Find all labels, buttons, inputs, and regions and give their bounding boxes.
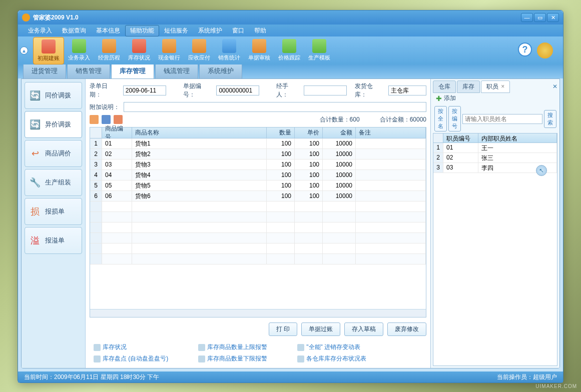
table-row-empty[interactable] — [90, 233, 426, 244]
toolbar-button-6[interactable]: 销售统计 — [214, 37, 244, 64]
right-tab-0[interactable]: 仓库 — [433, 80, 456, 93]
staff-grid-body[interactable]: 101王一202张三303李四↖ — [433, 143, 557, 366]
table-row[interactable]: 303货物310010010000 — [90, 160, 426, 170]
close-button[interactable]: ✕ — [547, 13, 559, 22]
tab-close-icon[interactable]: × — [501, 83, 504, 90]
docno-input[interactable] — [216, 86, 259, 96]
minimize-button[interactable]: ― — [521, 13, 533, 22]
table-row[interactable]: 606货物610010010000 — [90, 191, 426, 202]
warehouse-label: 发货仓库： — [355, 82, 384, 99]
globe-icon[interactable] — [537, 42, 553, 58]
table-row-empty[interactable] — [90, 202, 426, 212]
sidebar-item-5[interactable]: 溢报溢单 — [25, 227, 82, 254]
toolbar-button-0[interactable]: 初期建账 — [33, 37, 64, 64]
quick-link[interactable]: 库存盘点 (自动盘盈盘亏) — [94, 354, 168, 363]
toolbar-button-2[interactable]: 经营历程 — [94, 37, 124, 64]
toolbar-button-1[interactable]: 业务录入 — [64, 37, 94, 64]
maximize-button[interactable]: ▭ — [534, 13, 546, 22]
grid-header: 商品编号 商品名称 数量 单价 金额 备注 — [90, 128, 426, 138]
table-row-empty[interactable] — [90, 212, 426, 222]
docno-label: 单据编号： — [183, 82, 213, 99]
action-button-2[interactable]: 存入草稿 — [344, 322, 383, 336]
toolbar-icon — [192, 39, 206, 53]
toolbar-icon — [162, 39, 176, 53]
search-button[interactable]: 搜索 — [544, 110, 556, 128]
sidebar-item-2[interactable]: ↩商品调价 — [25, 140, 82, 167]
date-input[interactable] — [123, 86, 166, 96]
menu-item-4[interactable]: 短信服务 — [159, 25, 193, 36]
sidebar-icon: 🔄 — [29, 118, 41, 130]
warehouse-input[interactable] — [388, 86, 426, 96]
toolbar: ▲ 初期建账业务录入经营历程库存状况现金银行应收应付销售统计单据审核价格跟踪生产… — [18, 36, 563, 64]
table-row[interactable]: 505货物510010010000 — [90, 180, 426, 191]
collapse-toolbar-button[interactable]: ▲ — [20, 46, 28, 54]
grid-tool-icon-1[interactable] — [90, 115, 99, 124]
right-tab-1[interactable]: 库存 — [457, 80, 480, 93]
action-button-3[interactable]: 废弃修改 — [387, 322, 426, 336]
sidebar-item-3[interactable]: 🔧生产组装 — [25, 169, 82, 196]
grid-tool-icon-2[interactable] — [102, 115, 111, 124]
filter-by-name-button[interactable]: 按全名 — [434, 106, 447, 132]
menu-item-7[interactable]: 帮助 — [249, 25, 271, 36]
grid-tool-icon-3[interactable] — [114, 115, 123, 124]
note-input[interactable] — [124, 102, 426, 112]
staff-row[interactable]: 202张三 — [433, 153, 557, 163]
staff-search-input[interactable] — [462, 114, 542, 124]
menu-item-6[interactable]: 窗口 — [227, 25, 249, 36]
toolbar-button-4[interactable]: 现金银行 — [154, 37, 184, 64]
toolbar-button-5[interactable]: 应收应付 — [184, 37, 214, 64]
total-qty-label: 合计数量： — [320, 116, 350, 123]
right-panel-close-icon[interactable]: ✕ — [552, 83, 557, 90]
menu-item-0[interactable]: 业务录入 — [23, 25, 57, 36]
sidebar: 🔄同价调拨🔄异价调拨↩商品调价🔧生产组装损报损单溢报溢单 — [22, 79, 86, 368]
toolbar-button-7[interactable]: 单据审核 — [244, 37, 274, 64]
main-tab-2[interactable]: 库存管理 — [111, 63, 154, 78]
help-icon[interactable]: ? — [518, 42, 532, 56]
menu-item-1[interactable]: 数据查询 — [57, 25, 91, 36]
table-row-empty[interactable] — [90, 222, 426, 233]
sidebar-icon: 🔄 — [29, 90, 41, 102]
toolbar-button-8[interactable]: 价格跟踪 — [274, 37, 304, 64]
filter-by-number-button[interactable]: 按编号 — [448, 106, 461, 132]
toolbar-icon — [282, 39, 296, 53]
toolbar-icon — [42, 40, 56, 54]
main-tab-4[interactable]: 系统维护 — [199, 63, 242, 78]
handler-input[interactable] — [304, 86, 347, 96]
sidebar-item-4[interactable]: 损报损单 — [25, 198, 82, 225]
table-row[interactable]: 202货物210010010000 — [90, 149, 426, 160]
total-amt-value: 60000 — [410, 116, 426, 123]
table-row-empty[interactable] — [90, 254, 426, 264]
menu-item-5[interactable]: 系统维护 — [193, 25, 227, 36]
quick-link[interactable]: "全能" 进销存变动表 — [297, 343, 366, 352]
table-row-empty[interactable] — [90, 244, 426, 254]
quick-link[interactable]: 各仓库库存分布状况表 — [297, 354, 366, 363]
menu-item-2[interactable]: 基本信息 — [91, 25, 125, 36]
window-title: 管家婆2009 V1.0 — [33, 14, 521, 22]
menu-item-3[interactable]: 辅助功能 — [125, 25, 159, 36]
staff-row[interactable]: 101王一 — [433, 143, 557, 153]
grid-body[interactable]: 101货物110010010000202货物210010010000303货物3… — [90, 138, 426, 309]
toolbar-button-9[interactable]: 生产模板 — [304, 37, 334, 64]
titlebar: 管家婆2009 V1.0 ― ▭ ✕ — [18, 10, 563, 24]
app-window: 管家婆2009 V1.0 ― ▭ ✕ 业务录入数据查询基本信息辅助功能短信服务系… — [18, 10, 563, 383]
main-tab-0[interactable]: 进货管理 — [23, 63, 66, 78]
content-area: 🔄同价调拨🔄异价调拨↩商品调价🔧生产组装损报损单溢报溢单 录单日期： 单据编号：… — [21, 78, 560, 368]
quick-link[interactable]: 库存商品数量下限报警 — [198, 354, 267, 363]
status-user-value: 超级用户 — [533, 373, 557, 382]
action-button-0[interactable]: 打 印 — [269, 322, 297, 336]
right-tab-2[interactable]: 职员 × — [481, 80, 510, 93]
add-button[interactable]: ✚ 添加 — [433, 92, 557, 104]
quick-link[interactable]: 库存状况 — [94, 343, 168, 352]
action-button-1[interactable]: 单据过账 — [301, 322, 340, 336]
table-row[interactable]: 101货物110010010000 — [90, 138, 426, 149]
main-tab-1[interactable]: 销售管理 — [67, 63, 110, 78]
table-row[interactable]: 404货物410010010000 — [90, 170, 426, 180]
status-user-label: 当前操作员： — [497, 373, 533, 382]
sidebar-item-1[interactable]: 🔄异价调拨 — [25, 111, 82, 138]
main-tab-3[interactable]: 钱流管理 — [155, 63, 198, 78]
toolbar-icon — [72, 39, 86, 53]
quick-link[interactable]: 库存商品数量上限报警 — [198, 343, 267, 352]
sidebar-item-0[interactable]: 🔄同价调拨 — [25, 82, 82, 109]
toolbar-button-3[interactable]: 库存状况 — [124, 37, 154, 64]
grid-scrollbar[interactable] — [90, 309, 426, 317]
